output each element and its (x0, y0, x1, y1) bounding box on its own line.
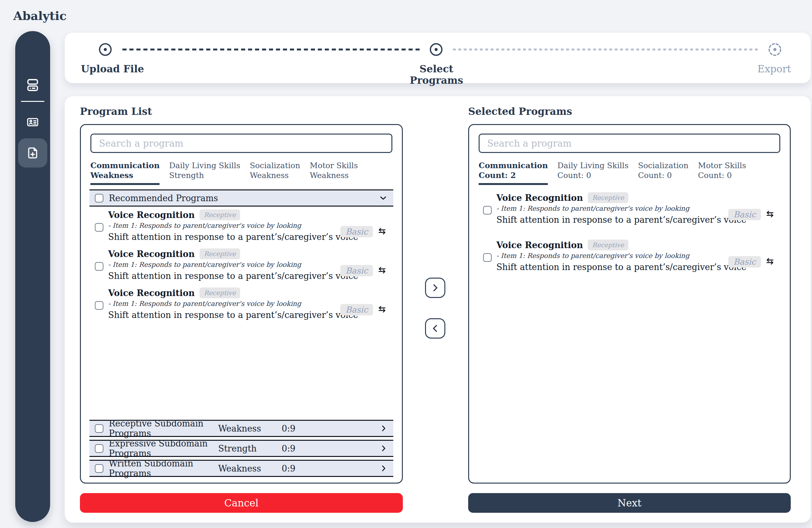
program-list-panel: Communication Weakness Daily Living Skil… (80, 124, 403, 484)
move-to-selected-button[interactable] (425, 277, 445, 298)
recommended-programs-label: Recommended Programs (109, 193, 218, 203)
move-to-list-button[interactable] (425, 318, 445, 339)
receptive-badge: Receptive (588, 192, 628, 203)
subdomain-row-receptive[interactable]: Receptive Subdomain Programs Weakness 0:… (89, 420, 393, 437)
swap-icon[interactable] (378, 266, 386, 276)
subdomain-row-expressive[interactable]: Expressive Subdomain Programs Strength 0… (89, 440, 393, 457)
tab-daily-living-skills-strength[interactable]: Daily Living Skills Strength (169, 160, 240, 185)
server-icon[interactable] (25, 77, 40, 92)
level-badge[interactable]: Basic (728, 209, 761, 220)
step-upload-icon (98, 42, 113, 58)
program-list-title: Program List (80, 106, 152, 117)
swap-icon[interactable] (378, 227, 386, 237)
subdomain-checkbox[interactable] (95, 444, 103, 453)
subdomain-rows: Receptive Subdomain Programs Weakness 0:… (89, 420, 393, 477)
tab-daily-living-skills-count[interactable]: Daily Living Skills Count: 0 (557, 160, 628, 185)
level-badge[interactable]: Basic (728, 256, 761, 268)
tab-socialization-count[interactable]: Socialization Count: 0 (638, 160, 688, 185)
program-item: Voice Recognition Receptive - Item 1: Re… (89, 248, 393, 284)
program-list-tabs: Communication Weakness Daily Living Skil… (90, 160, 358, 185)
tab-motor-skills-weakness[interactable]: Motor Skills Weakness (310, 160, 358, 185)
program-item-title: Voice Recognition (108, 288, 195, 298)
selected-item-checkbox[interactable] (483, 206, 492, 214)
chevron-right-icon[interactable] (379, 424, 388, 433)
subdomain-checkbox[interactable] (95, 464, 103, 473)
selected-programs-tabs: Communication Count: 2 Daily Living Skil… (479, 160, 746, 185)
recommended-programs-header[interactable]: Recommended Programs (89, 189, 393, 206)
step-export-icon (768, 42, 782, 58)
program-item-title: Voice Recognition (496, 240, 583, 250)
step-select-icon (429, 42, 444, 58)
recommended-programs-checkbox[interactable] (95, 194, 103, 202)
receptive-badge: Receptive (200, 287, 240, 298)
tab-motor-skills-count[interactable]: Motor Skills Count: 0 (698, 160, 746, 185)
app-title: Abalytic (13, 9, 67, 23)
program-selection-card: Program List Selected Programs Communica… (65, 96, 811, 523)
selected-program-item: Voice Recognition Receptive - Item 1: Re… (478, 240, 781, 275)
swap-icon[interactable] (766, 257, 774, 267)
chevron-down-icon[interactable] (378, 193, 388, 203)
id-card-icon[interactable] (26, 115, 39, 129)
program-item-title: Voice Recognition (108, 210, 195, 220)
program-item-checkbox[interactable] (95, 262, 103, 271)
program-item-title: Voice Recognition (108, 249, 195, 259)
tab-communication-weakness[interactable]: Communication Weakness (90, 160, 160, 185)
sidebar-item-add-file[interactable] (18, 138, 47, 168)
sidebar (15, 31, 50, 522)
level-badge[interactable]: Basic (340, 304, 373, 315)
receptive-badge: Receptive (588, 240, 628, 251)
program-items-list: Voice Recognition Receptive - Item 1: Re… (89, 210, 393, 327)
subdomain-checkbox[interactable] (95, 424, 103, 433)
receptive-badge: Receptive (200, 248, 240, 259)
level-badge[interactable]: Basic (340, 265, 373, 276)
program-item: Voice Recognition Receptive - Item 1: Re… (89, 210, 393, 245)
step-label-upload[interactable]: Upload File (81, 63, 144, 74)
subdomain-row-written[interactable]: Written Subdomain Programs Weakness 0:9 (89, 460, 393, 477)
swap-icon[interactable] (378, 305, 386, 315)
chevron-right-icon[interactable] (379, 444, 388, 453)
chevron-left-icon (430, 323, 440, 333)
program-item-checkbox[interactable] (95, 301, 103, 310)
swap-icon[interactable] (766, 210, 774, 219)
next-button[interactable]: Next (468, 493, 791, 513)
stepper: Upload File Select Programs Export (65, 33, 811, 83)
selected-items-list: Voice Recognition Receptive - Item 1: Re… (478, 192, 781, 287)
sidebar-divider (21, 101, 44, 102)
selected-program-item: Voice Recognition Receptive - Item 1: Re… (478, 192, 781, 228)
step-label-select[interactable]: Select Programs (401, 63, 472, 86)
chevron-right-icon[interactable] (379, 464, 388, 473)
chevron-right-icon (430, 283, 440, 293)
program-item-checkbox[interactable] (95, 223, 103, 232)
level-badge[interactable]: Basic (340, 226, 373, 237)
step-label-export: Export (757, 63, 791, 74)
tab-socialization-weakness[interactable]: Socialization Weakness (250, 160, 300, 185)
tab-communication-count[interactable]: Communication Count: 2 (479, 160, 548, 185)
receptive-badge: Receptive (200, 210, 240, 220)
selected-programs-panel: Communication Count: 2 Daily Living Skil… (468, 124, 791, 484)
selected-item-checkbox[interactable] (483, 253, 492, 262)
stepper-connector-done (122, 48, 421, 51)
file-plus-icon (26, 146, 40, 160)
program-list-search-input[interactable] (90, 133, 392, 153)
stepper-connector-upcoming (453, 48, 758, 51)
program-item-title: Voice Recognition (496, 193, 583, 203)
program-item: Voice Recognition Receptive - Item 1: Re… (89, 287, 393, 323)
selected-programs-title: Selected Programs (468, 106, 572, 117)
selected-programs-search-input[interactable] (479, 133, 780, 153)
cancel-button[interactable]: Cancel (80, 493, 403, 513)
